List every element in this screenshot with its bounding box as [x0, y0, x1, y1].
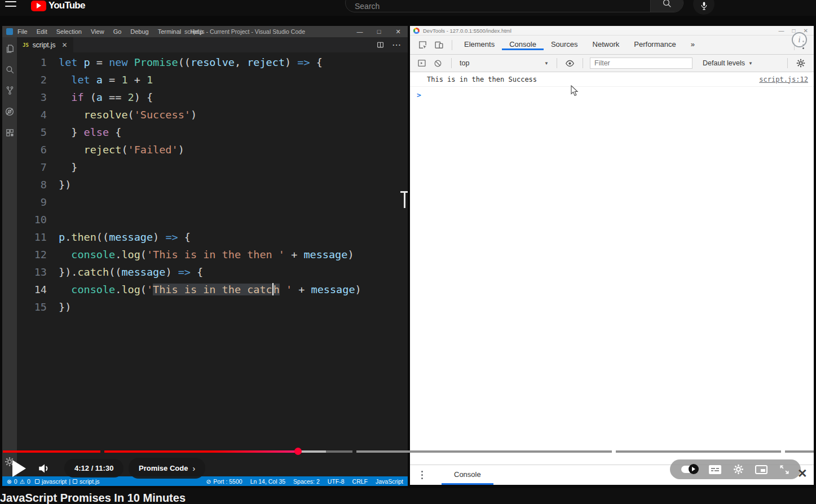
settings-gear-icon[interactable] [733, 463, 744, 475]
code-line-12[interactable]: 12 console.log('This is in the then ' + … [17, 246, 408, 263]
line-content: console.log('This is in the catch ' + me… [59, 281, 361, 298]
explorer-icon[interactable] [5, 44, 15, 54]
code-line-7[interactable]: 7 } [17, 158, 408, 176]
line-number: 7 [17, 158, 59, 176]
progress-segment [104, 450, 298, 453]
menu-file[interactable]: File [17, 28, 28, 35]
debug-icon[interactable] [5, 107, 15, 117]
devtools-tab-network[interactable]: Network [585, 40, 627, 50]
play-button[interactable] [12, 460, 26, 477]
error-icon: ⊗ [7, 478, 12, 485]
line-content: console.log('This is in the then ' + mes… [59, 246, 354, 263]
devtools-tab-console[interactable]: Console [502, 40, 544, 50]
problems-indicator[interactable]: ⊗0 ⚠0 [7, 478, 30, 485]
minimize-icon[interactable]: — [350, 28, 369, 36]
drawer-tab-console[interactable]: Console [442, 465, 493, 485]
voice-search-button[interactable] [693, 0, 714, 15]
line-number: 1 [17, 54, 59, 71]
video-player[interactable]: FileEditSelectionViewGoDebugTerminalHelp… [0, 16, 816, 488]
code-line-10[interactable]: 10 [17, 211, 408, 228]
console-sidebar-icon[interactable] [417, 59, 426, 68]
code-line-15[interactable]: 15}) [17, 298, 408, 316]
code-line-14[interactable]: 14 console.log('This is in the catch ' +… [17, 281, 408, 298]
menu-edit[interactable]: Edit [37, 28, 47, 35]
code-line-13[interactable]: 13}).catch((message) => { [17, 263, 408, 281]
info-card-icon[interactable]: i [792, 32, 807, 47]
autoplay-toggle[interactable] [681, 466, 698, 473]
source-control-icon[interactable] [5, 86, 15, 95]
drawer-menu-icon[interactable] [418, 471, 426, 479]
search-input[interactable] [346, 0, 650, 12]
code-line-9[interactable]: 9 [17, 193, 408, 211]
volume-icon[interactable] [37, 461, 52, 476]
vscode-statusbar: ⊗0 ⚠0 javascript | script.js ⊘Port : 550… [2, 476, 408, 486]
code-line-11[interactable]: 11p.then((message) => { [17, 228, 408, 246]
close-icon[interactable]: ✕ [797, 467, 808, 480]
extensions-icon[interactable] [5, 128, 15, 138]
maximize-icon[interactable]: □ [369, 28, 389, 36]
status-port-5500[interactable]: ⊘Port : 5500 [206, 478, 242, 485]
menu-debug[interactable]: Debug [130, 28, 148, 35]
mic-icon [699, 1, 709, 11]
miniplayer-icon[interactable] [755, 465, 768, 474]
youtube-logo[interactable]: YouTube [31, 0, 85, 11]
status-crlf[interactable]: CRLF [352, 478, 368, 485]
code-line-1[interactable]: 1let p = new Promise((resolve, reject) =… [17, 54, 408, 71]
search-icon[interactable] [5, 65, 15, 74]
console-source-link[interactable]: script.js:12 [759, 76, 808, 83]
code-line-4[interactable]: 4 resolve('Success') [17, 106, 408, 123]
devtools-tab-elements[interactable]: Elements [457, 40, 502, 50]
status-javascript[interactable]: JavaScript [376, 478, 403, 485]
status-ln-14-col-35[interactable]: Ln 14, Col 35 [250, 478, 285, 485]
more-actions-icon[interactable]: ⋯ [392, 39, 401, 50]
clear-console-icon[interactable] [434, 59, 442, 68]
maximize-icon[interactable]: □ [792, 28, 796, 34]
search-button[interactable] [650, 0, 683, 12]
video-title[interactable]: JavaScript Promises In 10 Minutes [0, 492, 186, 504]
menu-icon[interactable] [5, 0, 16, 10]
video-progress-bar[interactable] [0, 450, 816, 453]
chevron-down-icon: ▼ [748, 61, 753, 66]
youtube-play-icon [31, 1, 46, 11]
line-content: } [59, 158, 77, 176]
subtitles-icon[interactable] [709, 465, 721, 474]
close-icon[interactable]: ✕ [389, 28, 408, 36]
status-spaces-2[interactable]: Spaces: 2 [293, 478, 320, 485]
code-line-6[interactable]: 6 reject('Failed') [17, 141, 408, 158]
vscode-activity-bar [2, 37, 17, 476]
line-number: 3 [17, 89, 59, 106]
console-message: This is in the then Success [427, 76, 537, 83]
code-line-5[interactable]: 5 } else { [17, 123, 408, 141]
devtools-tab-performance[interactable]: Performance [627, 40, 683, 50]
context-selector[interactable]: top▼ [456, 59, 552, 67]
language-context[interactable]: javascript | script.js [35, 478, 100, 485]
minimize-icon[interactable]: — [779, 28, 784, 34]
console-prompt[interactable]: > [410, 87, 814, 99]
inspect-element-icon[interactable] [418, 40, 427, 50]
device-toolbar-icon[interactable] [434, 40, 444, 50]
close-icon[interactable]: ✕ [804, 28, 808, 34]
console-output[interactable]: This is in the then Success script.js:12… [410, 72, 814, 465]
progress-segment [785, 450, 814, 453]
tab-close-icon[interactable]: ✕ [62, 41, 68, 49]
tab-scriptjs[interactable]: JS script.js ✕ [17, 37, 73, 52]
code-editor[interactable]: 1let p = new Promise((resolve, reject) =… [17, 52, 408, 476]
console-filter-input[interactable] [590, 58, 693, 69]
menu-go[interactable]: Go [113, 28, 122, 35]
progress-scrubber[interactable] [294, 448, 302, 455]
line-number: 10 [17, 211, 59, 228]
split-editor-icon[interactable] [377, 41, 384, 48]
code-line-2[interactable]: 2 let a = 1 + 1 [17, 71, 408, 89]
log-levels-dropdown[interactable]: Default levels▼ [703, 59, 753, 67]
devtools-tab-sources[interactable]: Sources [544, 40, 585, 50]
more-tabs-icon[interactable]: » [683, 40, 702, 50]
menu-selection[interactable]: Selection [56, 28, 82, 35]
code-line-8[interactable]: 8}) [17, 176, 408, 193]
menu-view[interactable]: View [91, 28, 104, 35]
code-line-3[interactable]: 3 if (a == 2) { [17, 89, 408, 106]
live-expression-eye-icon[interactable] [565, 59, 575, 68]
chapter-button[interactable]: Promise Code › [129, 458, 205, 479]
status-utf-8[interactable]: UTF-8 [328, 478, 345, 485]
console-settings-gear-icon[interactable] [796, 58, 806, 68]
fullscreen-icon[interactable] [779, 464, 790, 475]
